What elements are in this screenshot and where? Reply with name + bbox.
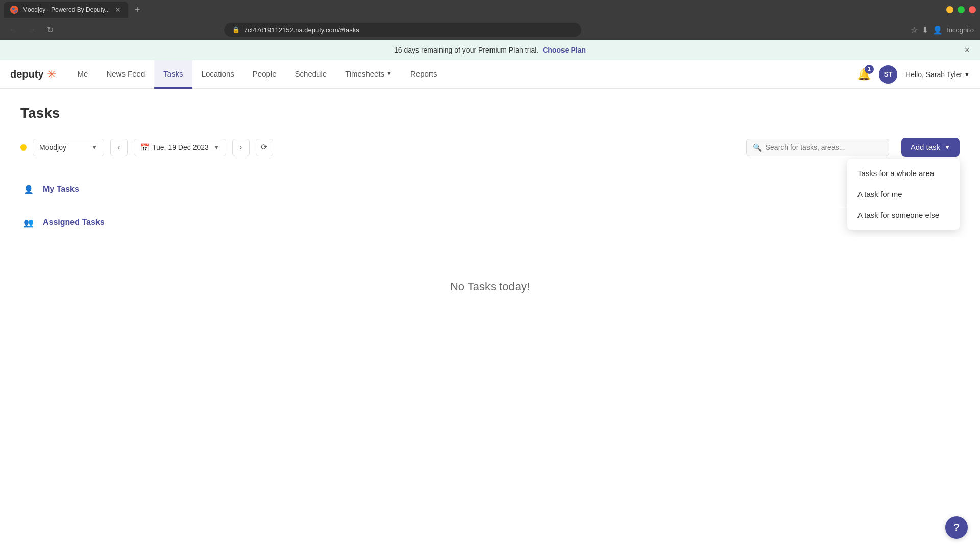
maximize-button[interactable]: [958, 6, 965, 13]
nav-item-people[interactable]: People: [243, 60, 286, 89]
nav-item-timesheets[interactable]: Timesheets ▼: [336, 60, 401, 89]
page-title: Tasks: [20, 105, 960, 121]
main-navigation: deputy ✳ Me News Feed Tasks Locations Pe…: [0, 60, 980, 89]
date-picker[interactable]: 📅 Tue, 19 Dec 2023 ▼: [134, 139, 226, 156]
notification-badge: 1: [865, 65, 874, 74]
download-icon[interactable]: ⬇: [922, 25, 928, 35]
user-avatar[interactable]: ST: [879, 65, 897, 84]
logo-star-icon: ✳: [47, 68, 56, 81]
banner-message: 16 days remaining of your Premium Plan t…: [394, 46, 538, 54]
date-dropdown-icon: ▼: [214, 144, 219, 151]
search-icon: 🔍: [753, 143, 762, 152]
nav-item-reports[interactable]: Reports: [401, 60, 447, 89]
nav-item-tasks[interactable]: Tasks: [154, 60, 192, 89]
my-tasks-icon: 👤: [20, 181, 37, 197]
tab-favicon: 🐾: [10, 6, 18, 14]
user-dropdown-icon: ▼: [964, 71, 970, 78]
tab-title: Moodjoy - Powered By Deputy...: [22, 6, 110, 13]
logo[interactable]: deputy ✳: [10, 68, 56, 81]
logo-text: deputy: [10, 68, 44, 80]
bookmarks-icon[interactable]: ☆: [911, 25, 918, 35]
close-banner-button[interactable]: ×: [964, 45, 970, 56]
dropdown-item-for-me[interactable]: A task for me: [847, 184, 960, 205]
search-input[interactable]: [766, 143, 883, 152]
prev-date-button[interactable]: ‹: [110, 139, 128, 156]
active-tab[interactable]: 🐾 Moodjoy - Powered By Deputy... ✕: [4, 2, 128, 18]
lock-icon: 🔒: [232, 26, 240, 33]
back-button[interactable]: ←: [6, 25, 20, 34]
dropdown-item-whole-area[interactable]: Tasks for a whole area: [847, 163, 960, 184]
forward-button[interactable]: →: [24, 25, 39, 34]
address-bar[interactable]: 🔒 7cf47d19112152.na.deputy.com/#tasks: [224, 23, 581, 37]
location-select[interactable]: Moodjoy ▼: [33, 139, 104, 156]
calendar-icon: 📅: [140, 143, 149, 152]
nav-items: Me News Feed Tasks Locations People Sche…: [68, 60, 857, 89]
nav-item-schedule[interactable]: Schedule: [286, 60, 336, 89]
assigned-tasks-title[interactable]: Assigned Tasks: [43, 218, 105, 227]
add-task-button[interactable]: Add task ▼: [901, 138, 960, 157]
location-badge[interactable]: [20, 144, 27, 151]
window-close-button[interactable]: [969, 6, 976, 13]
add-task-dropdown-menu: Tasks for a whole area A task for me A t…: [847, 159, 960, 230]
nav-item-me[interactable]: Me: [68, 60, 97, 89]
my-tasks-section: 👤 My Tasks ⚙ All Completed: [20, 173, 960, 206]
toolbar: Moodjoy ▼ ‹ 📅 Tue, 19 Dec 2023 ▼ › ⟳ 🔍 A…: [20, 138, 960, 157]
trial-banner: 16 days remaining of your Premium Plan t…: [0, 40, 980, 60]
incognito-label: Incognito: [947, 26, 974, 34]
nav-item-news-feed[interactable]: News Feed: [97, 60, 154, 89]
assigned-tasks-icon: 👥: [20, 214, 37, 231]
refresh-button[interactable]: ↻: [43, 25, 57, 35]
refresh-tasks-button[interactable]: ⟳: [256, 139, 273, 156]
minimize-button[interactable]: [946, 6, 953, 13]
notifications-button[interactable]: 🔔 1: [857, 68, 871, 81]
next-date-button[interactable]: ›: [232, 139, 250, 156]
dropdown-item-for-someone-else[interactable]: A task for someone else: [847, 205, 960, 226]
no-tasks-message: No Tasks today!: [20, 239, 960, 334]
url-text: 7cf47d19112152.na.deputy.com/#tasks: [244, 26, 359, 34]
location-dropdown-icon: ▼: [91, 144, 97, 151]
timesheets-dropdown-icon: ▼: [386, 70, 392, 77]
nav-right: 🔔 1 ST Hello, Sarah Tyler ▼: [857, 65, 970, 84]
assigned-tasks-section: 👥 Assigned Tasks ⚙ 1 incomplete: [20, 206, 960, 239]
my-tasks-title[interactable]: My Tasks: [43, 185, 79, 194]
search-box: 🔍: [746, 139, 889, 156]
new-tab-button[interactable]: +: [130, 3, 144, 17]
profile-icon[interactable]: 👤: [933, 25, 943, 35]
help-button[interactable]: ?: [945, 516, 968, 539]
close-tab-button[interactable]: ✕: [114, 6, 122, 14]
add-task-dropdown-arrow: ▼: [944, 144, 950, 151]
choose-plan-link[interactable]: Choose Plan: [543, 46, 586, 54]
nav-item-locations[interactable]: Locations: [192, 60, 243, 89]
user-greeting[interactable]: Hello, Sarah Tyler ▼: [905, 70, 970, 79]
